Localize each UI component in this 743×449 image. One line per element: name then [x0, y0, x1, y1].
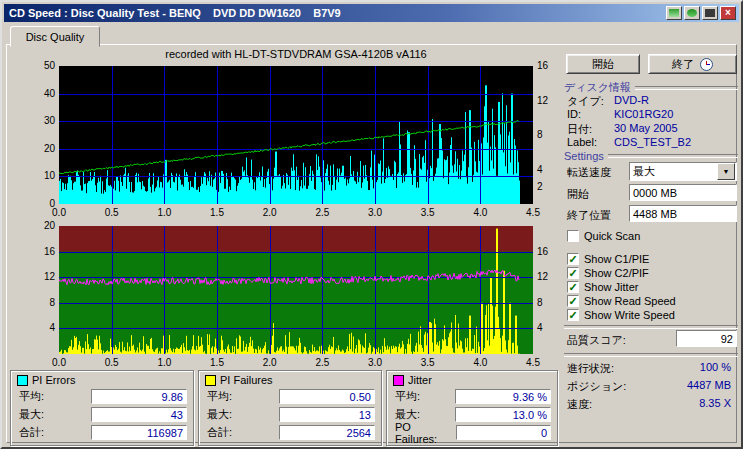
disc-date-label: 日付:: [567, 122, 592, 137]
disc-info-header: ディスク情報: [564, 80, 738, 95]
stat-label: 最大:: [207, 407, 232, 422]
disc-info-header-label: ディスク情報: [564, 80, 631, 95]
stat-label: PO Failures:: [395, 421, 456, 445]
disc-date-value: 30 May 2005: [614, 122, 678, 134]
start-button[interactable]: 開始: [566, 54, 640, 74]
checkbox-quick-scan[interactable]: ✓ Quick Scan: [567, 229, 640, 242]
checkbox-label: Quick Scan: [584, 230, 640, 242]
stat-label: 平均:: [395, 389, 420, 404]
settings-header: Settings: [564, 150, 738, 162]
start-position-field[interactable]: 0000 MB: [629, 184, 737, 201]
close-icon: ×: [725, 8, 731, 18]
pi-errors-avg-field: 9.86: [91, 389, 187, 404]
legend-header: PI Errors: [17, 374, 75, 386]
pi-failures-avg-field: 0.50: [279, 389, 375, 404]
checkbox-box[interactable]: ✓: [567, 309, 579, 321]
app-window: CD Speed : Disc Quality Test - BENQ DVD …: [0, 0, 743, 449]
checkbox-label: Show C2/PIF: [584, 267, 649, 279]
transfer-speed-value: 最大: [630, 164, 717, 179]
legend-header: Jitter: [393, 374, 432, 386]
tab-label: Disc Quality: [26, 31, 85, 43]
check-icon: ✓: [568, 296, 577, 306]
check-icon: ✓: [568, 310, 577, 320]
check-icon: ✓: [568, 254, 577, 264]
jitter-legend-box: Jitter 平均:9.36 % 最大:13.0 % PO Failures:0: [386, 370, 558, 446]
jitter-avg-field: 9.36 %: [455, 389, 551, 404]
title-bar[interactable]: CD Speed : Disc Quality Test - BENQ DVD …: [4, 4, 739, 22]
close-button[interactable]: ×: [720, 6, 736, 20]
pi-errors-swatch: [17, 375, 28, 386]
stat-label: 合計:: [19, 425, 44, 440]
exit-clock-icon: [700, 58, 713, 71]
progress-value: 100 %: [700, 361, 731, 373]
pi-errors-max-field: 43: [91, 407, 187, 422]
exit-button-label: 終了: [672, 57, 694, 72]
checkbox-show-read-speed[interactable]: ✓ Show Read Speed: [567, 294, 676, 307]
legend-title: PI Failures: [220, 374, 273, 386]
transfer-speed-select[interactable]: 最大 ▼: [629, 162, 737, 181]
start-position-value: 0000 MB: [633, 187, 677, 199]
stat-label: 平均:: [207, 389, 232, 404]
settings-header-label: Settings: [564, 150, 604, 162]
quality-score-label: 品質スコア:: [567, 333, 626, 348]
checkbox-show-jitter[interactable]: ✓ Show Jitter: [567, 280, 638, 293]
stat-label: 合計:: [207, 425, 232, 440]
jitter-max-field: 13.0 %: [455, 407, 551, 422]
disc-label-label: Label:: [567, 136, 597, 148]
disc-label-value: CDS_TEST_B2: [614, 136, 691, 148]
pi-errors-speed-chart: [59, 66, 533, 204]
stat-label: 最大:: [19, 407, 44, 422]
chevron-down-icon[interactable]: ▼: [717, 163, 735, 180]
pi-failures-swatch: [205, 375, 216, 386]
disc-id-value: KIC01RG20: [614, 108, 673, 120]
checkbox-box[interactable]: ✓: [567, 267, 579, 279]
checkbox-label: Show C1/PIE: [584, 253, 649, 265]
checkbox-label: Show Write Speed: [584, 309, 675, 321]
position-label: ポジション:: [567, 379, 626, 394]
end-position-field[interactable]: 4488 MB: [629, 205, 737, 222]
pi-errors-legend-box: PI Errors 平均:9.86 最大:43 合計:116987: [10, 370, 194, 446]
options-icon-button[interactable]: [702, 6, 718, 20]
tab-disc-quality[interactable]: Disc Quality: [10, 26, 100, 47]
check-icon: ✓: [568, 268, 577, 278]
checkbox-show-write-speed[interactable]: ✓ Show Write Speed: [567, 308, 675, 321]
quality-score-value: 92: [721, 333, 733, 345]
window-title: CD Speed : Disc Quality Test - BENQ DVD …: [4, 7, 341, 19]
jitter-swatch: [393, 375, 404, 386]
pi-errors-total-field: 116987: [91, 425, 187, 440]
position-value: 4487 MB: [687, 379, 731, 391]
legend-title: Jitter: [408, 374, 432, 386]
quality-score-field: 92: [676, 330, 737, 347]
checkbox-box[interactable]: ✓: [567, 230, 579, 242]
checkbox-show-c1-pie[interactable]: ✓ Show C1/PIE: [567, 252, 649, 265]
graph-icon-button[interactable]: [666, 6, 682, 20]
options-icon: [705, 9, 715, 17]
speed-label: 速度:: [567, 397, 592, 412]
check-icon: ✓: [568, 282, 577, 292]
progress-label: 進行状況:: [567, 361, 614, 376]
checkbox-box[interactable]: ✓: [567, 253, 579, 265]
separator-line: [608, 154, 738, 158]
disc-icon-button[interactable]: [684, 6, 700, 20]
pi-failures-legend-box: PI Failures 平均:0.50 最大:13 合計:2564: [198, 370, 382, 446]
separator-line: [635, 86, 738, 90]
checkbox-label: Show Jitter: [584, 281, 638, 293]
disc-type-value: DVD-R: [614, 94, 649, 106]
titlebar-buttons: ×: [666, 6, 736, 20]
disc-icon: [687, 9, 697, 17]
pi-failures-max-field: 13: [279, 407, 375, 422]
checkbox-box[interactable]: ✓: [567, 295, 579, 307]
pi-failures-jitter-chart: [59, 226, 533, 354]
disc-type-label: タイプ:: [567, 94, 604, 109]
graph-icon: [669, 9, 679, 17]
exit-button[interactable]: 終了: [648, 54, 737, 74]
pi-failures-total-field: 2564: [279, 425, 375, 440]
divider: [564, 325, 738, 329]
end-position-label: 終了位置: [567, 208, 611, 223]
disc-id-label: ID:: [567, 108, 581, 120]
checkbox-show-c2-pif[interactable]: ✓ Show C2/PIF: [567, 266, 649, 279]
po-failures-field: 0: [456, 425, 551, 440]
checkbox-box[interactable]: ✓: [567, 281, 579, 293]
recorded-with-text: recorded with HL-DT-STDVDRAM GSA-4120B v…: [59, 48, 533, 60]
start-button-label: 開始: [592, 57, 614, 72]
